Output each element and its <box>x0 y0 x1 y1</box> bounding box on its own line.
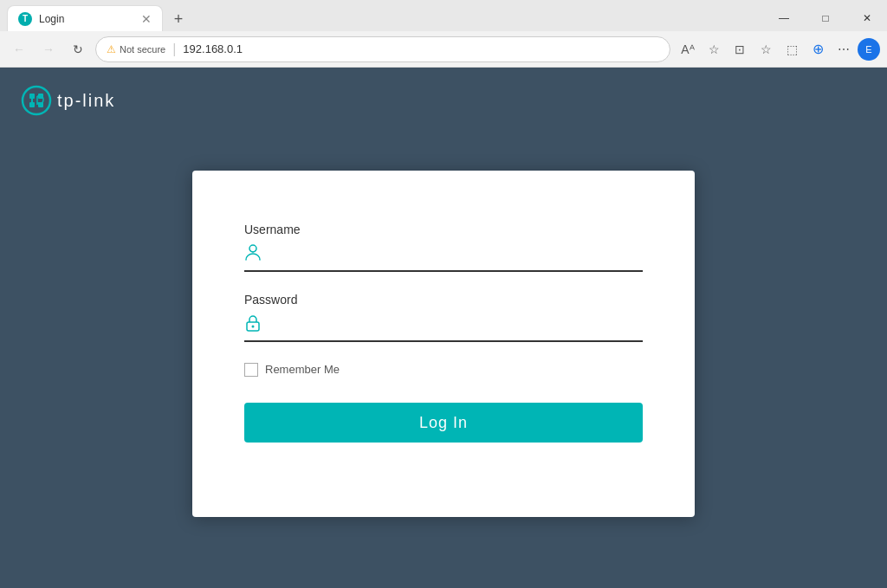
security-warning: ⚠ Not secure <box>107 43 165 55</box>
login-button[interactable]: Log In <box>244 403 643 443</box>
logo-text: tp-link <box>57 91 115 111</box>
read-aloud-button[interactable]: Aᴬ <box>676 37 700 61</box>
user-icon <box>244 243 262 267</box>
refresh-button[interactable]: ↻ <box>66 37 90 61</box>
tabs-bar: T Login ✕ + — □ ✕ <box>0 0 887 31</box>
password-input[interactable] <box>270 316 643 333</box>
address-text: 192.168.0.1 <box>183 42 243 55</box>
svg-point-0 <box>23 87 50 114</box>
remember-me-row: Remember Me <box>244 363 643 377</box>
tplink-logo: tp-link <box>21 85 866 116</box>
page-header: tp-link <box>0 68 887 133</box>
warning-icon: ⚠ <box>107 43 116 55</box>
tab-title: Login <box>39 13 134 25</box>
svg-point-7 <box>252 325 255 327</box>
new-tab-button[interactable]: + <box>166 7 191 31</box>
remember-me-checkbox[interactable] <box>244 363 258 377</box>
active-tab[interactable]: T Login ✕ <box>7 5 163 31</box>
window-controls: — □ ✕ <box>764 5 887 31</box>
password-input-wrapper <box>244 313 643 342</box>
address-bar[interactable]: ⚠ Not secure | 192.168.0.1 <box>95 36 670 62</box>
address-separator: | <box>172 42 176 57</box>
tab-close-button[interactable]: ✕ <box>141 12 152 26</box>
collections-button[interactable]: ☆ <box>754 37 778 61</box>
nav-right-icons: Aᴬ ☆ ⊡ ☆ ⬚ ⊕ ⋯ E <box>676 37 880 61</box>
tplink-logo-icon <box>21 85 52 116</box>
tab-favicon: T <box>18 12 32 26</box>
copilot-button[interactable]: ⊕ <box>806 37 830 61</box>
username-input-wrapper <box>244 243 643 272</box>
browser-essentials-button[interactable]: ⬚ <box>780 37 804 61</box>
username-input[interactable] <box>270 246 643 263</box>
lock-icon <box>244 313 262 337</box>
security-label: Not secure <box>120 44 165 55</box>
profile-button[interactable]: E <box>858 38 880 61</box>
back-button[interactable]: ← <box>7 37 31 61</box>
remember-me-label: Remember Me <box>265 363 340 376</box>
username-label: Username <box>244 223 643 236</box>
favorites-button[interactable]: ☆ <box>702 37 726 61</box>
close-button[interactable]: ✕ <box>847 5 887 31</box>
password-label: Password <box>244 293 643 307</box>
username-group: Username <box>244 223 643 272</box>
password-group: Password <box>244 293 643 342</box>
split-screen-button[interactable]: ⊡ <box>728 37 752 61</box>
browser-window: T Login ✕ + — □ ✕ ← → ↻ ⚠ Not secure | 1… <box>0 0 887 588</box>
login-card: Username <box>192 171 695 517</box>
page-content: tp-link Username <box>0 68 887 588</box>
minimize-button[interactable]: — <box>764 5 804 31</box>
maximize-button[interactable]: □ <box>806 5 845 31</box>
forward-button[interactable]: → <box>36 37 61 61</box>
settings-more-button[interactable]: ⋯ <box>832 37 856 61</box>
navigation-bar: ← → ↻ ⚠ Not secure | 192.168.0.1 Aᴬ ☆ ⊡ … <box>0 31 887 68</box>
login-card-container: Username <box>0 133 887 588</box>
